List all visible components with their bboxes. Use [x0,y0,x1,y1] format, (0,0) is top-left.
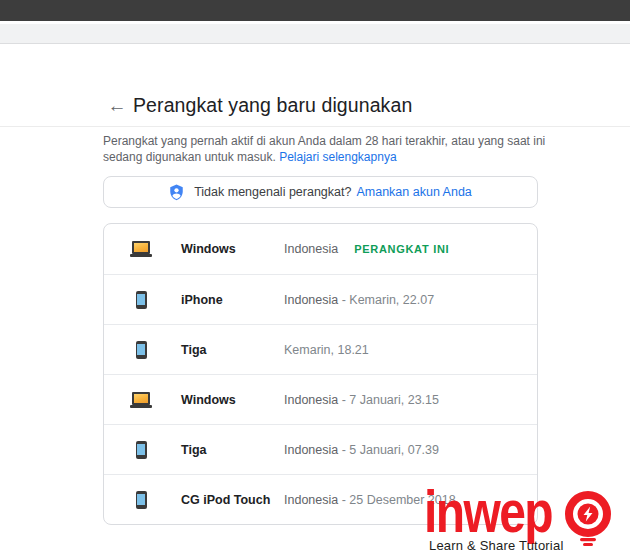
toolbar-strip [0,24,630,44]
smartphone-icon [130,341,152,359]
device-location: Indonesia [284,393,338,407]
device-info: Indonesia - 7 Januari, 23.15 [284,393,455,407]
current-device-badge: PERANGKAT INI [354,243,449,255]
back-arrow-icon[interactable]: ← [104,93,130,119]
device-time: 5 Januari, 07.39 [349,443,439,457]
browser-top-bar [0,0,630,21]
device-row-tiga-2[interactable]: Tiga Indonesia - 5 Januari, 07.39 [104,424,537,474]
device-name: Tiga [181,343,284,357]
shield-account-icon [169,184,184,201]
device-time: 7 Januari, 23.15 [349,393,439,407]
lightbulb-bolt-icon [564,490,614,556]
device-row-ipod-touch[interactable]: CG iPod Touch Indonesia - 25 Desember 20… [104,474,537,524]
smartphone-icon [130,291,152,309]
device-info: Indonesia - 5 Januari, 07.39 [284,443,455,457]
device-location: Indonesia [284,493,338,507]
page-header: ← Perangkat yang baru digunakan [0,85,630,127]
device-name: Tiga [181,443,284,457]
laptop-icon [130,392,152,408]
smartphone-icon [130,491,152,509]
learn-more-link[interactable]: Pelajari selengkapnya [279,150,396,164]
device-name: Windows [181,242,284,256]
device-time: 25 Desember 2018 [349,493,455,507]
page-description: Perangkat yang pernah aktif di akun Anda… [103,133,555,165]
device-time: Kemarin, 22.07 [349,293,434,307]
device-location: Indonesia [284,443,338,457]
device-name: CG iPod Touch [181,493,284,507]
smartphone-icon [130,441,152,459]
device-row-tiga[interactable]: Tiga Kemarin, 18.21 [104,324,537,374]
alert-text: Tidak mengenali perangkat? [194,185,351,199]
secure-account-link[interactable]: Amankan akun Anda [356,185,471,199]
device-info: Indonesia PERANGKAT INI [284,242,449,256]
device-location: Indonesia [284,242,338,256]
device-row-iphone[interactable]: iPhone Indonesia - Kemarin, 22.07 [104,274,537,324]
device-time: Kemarin, 18.21 [284,343,369,357]
inwepo-tagline: Learn & Share Tutorial [429,538,563,553]
security-alert-card: Tidak mengenali perangkat? Amankan akun … [103,176,538,208]
device-info: Indonesia - 25 Desember 2018 [284,493,472,507]
laptop-icon [130,241,152,257]
device-row-windows-current[interactable]: Windows Indonesia PERANGKAT INI [104,224,537,274]
device-location: Indonesia [284,293,338,307]
page-title: Perangkat yang baru digunakan [133,94,412,117]
device-info: Indonesia - Kemarin, 22.07 [284,293,450,307]
device-row-windows[interactable]: Windows Indonesia - 7 Januari, 23.15 [104,374,537,424]
device-name: iPhone [181,293,284,307]
device-info: Kemarin, 18.21 [284,343,385,357]
device-list: Windows Indonesia PERANGKAT INI iPhone I… [103,223,538,525]
device-name: Windows [181,393,284,407]
